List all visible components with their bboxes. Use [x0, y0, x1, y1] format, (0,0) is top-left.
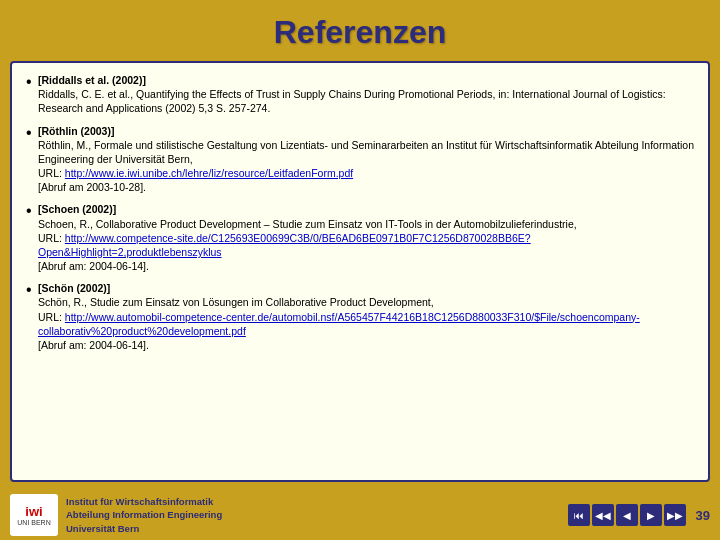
ref-key: [Schön (2002)] [38, 282, 110, 294]
ref-body: Schön, R., Studie zum Einsatz von Lösung… [38, 296, 434, 308]
ref-text: [Röthlin (2003)] Röthlin, M., Formale un… [38, 124, 694, 195]
ref-after-url: [Abruf am 2003-10-28]. [38, 181, 146, 193]
ref-key: [Riddalls et al. (2002)] [38, 74, 146, 86]
page-number: 39 [696, 508, 710, 523]
ref-text: [Schoen (2002)] Schoen, R., Collaborativ… [38, 202, 694, 273]
ref-after-url: [Abruf am: 2004-06-14]. [38, 339, 149, 351]
bullet-icon: • [26, 74, 38, 90]
nav-first-button[interactable]: ⏮ [568, 504, 590, 526]
footer-logo: iwi UNI BERN [10, 494, 58, 536]
nav-prev-button[interactable]: ◀ [616, 504, 638, 526]
logo-iwi-text: iwi [17, 504, 50, 519]
ref-body: Schoen, R., Collaborative Product Develo… [38, 218, 577, 230]
ref-body: Riddalls, C. E. et al., Quantifying the … [38, 88, 666, 114]
content-area: • [Riddalls et al. (2002)] Riddalls, C. … [10, 61, 710, 482]
list-item: • [Schoen (2002)] Schoen, R., Collaborat… [26, 202, 694, 273]
bullet-icon: • [26, 203, 38, 219]
ref-link[interactable]: http://www.competence-site.de/C125693E00… [38, 232, 531, 258]
ref-key: [Schoen (2002)] [38, 203, 116, 215]
list-item: • [Schön (2002)] Schön, R., Studie zum E… [26, 281, 694, 352]
logo-unibern-text: UNI BERN [17, 519, 50, 526]
nav-prev-prev-button[interactable]: ◀◀ [592, 504, 614, 526]
footer-text: Institut für Wirtschaftsinformatik Abtei… [66, 495, 222, 535]
footer-bar: iwi UNI BERN Institut für Wirtschaftsinf… [0, 490, 720, 540]
nav-last-button[interactable]: ▶▶ [664, 504, 686, 526]
slide-title: Referenzen [20, 14, 700, 51]
footer-line2: Abteilung Information Engineering [66, 509, 222, 520]
logo-inner: iwi UNI BERN [17, 504, 50, 526]
list-item: • [Röthlin (2003)] Röthlin, M., Formale … [26, 124, 694, 195]
bullet-icon: • [26, 282, 38, 298]
ref-link[interactable]: http://www.automobil-competence-center.d… [38, 311, 640, 337]
ref-link[interactable]: http://www.ie.iwi.unibe.ch/lehre/liz/res… [65, 167, 353, 179]
ref-after-url: [Abruf am: 2004-06-14]. [38, 260, 149, 272]
ref-body: Röthlin, M., Formale und stilistische Ge… [38, 139, 694, 165]
ref-text: [Schön (2002)] Schön, R., Studie zum Ein… [38, 281, 694, 352]
nav-next-button[interactable]: ▶ [640, 504, 662, 526]
footer-line1: Institut für Wirtschaftsinformatik [66, 496, 213, 507]
footer-nav: ⏮ ◀◀ ◀ ▶ ▶▶ [568, 504, 686, 526]
ref-text: [Riddalls et al. (2002)] Riddalls, C. E.… [38, 73, 694, 116]
ref-key: [Röthlin (2003)] [38, 125, 114, 137]
footer-line3: Universität Bern [66, 523, 139, 534]
title-area: Referenzen [0, 0, 720, 61]
bullet-icon: • [26, 125, 38, 141]
slide-container: Referenzen • [Riddalls et al. (2002)] Ri… [0, 0, 720, 540]
list-item: • [Riddalls et al. (2002)] Riddalls, C. … [26, 73, 694, 116]
